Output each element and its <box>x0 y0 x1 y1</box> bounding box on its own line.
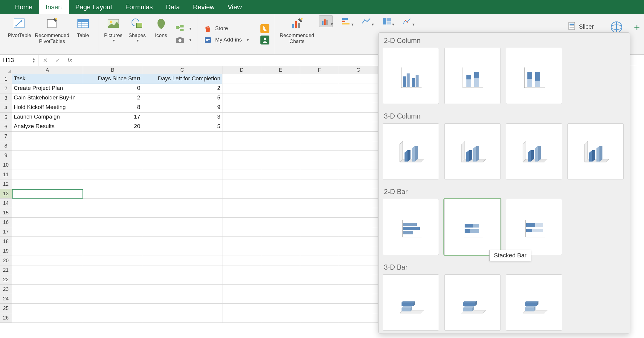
cell[interactable]: Launch Campaign <box>12 113 83 122</box>
tab-review[interactable]: Review <box>186 0 221 14</box>
cell[interactable] <box>339 179 378 189</box>
cell[interactable] <box>12 141 83 151</box>
cell[interactable] <box>261 93 300 103</box>
chart-type-item[interactable] <box>506 199 562 255</box>
cell[interactable] <box>339 313 378 323</box>
tab-data[interactable]: Data <box>159 0 186 14</box>
column-header-F[interactable]: F <box>300 66 339 74</box>
row-header[interactable]: 16 <box>0 218 12 227</box>
cell[interactable] <box>261 256 300 265</box>
screenshot-button[interactable]: ▼ <box>176 36 192 44</box>
cell[interactable] <box>261 285 300 294</box>
cell[interactable] <box>83 151 142 160</box>
row-header[interactable]: 6 <box>0 122 12 132</box>
cell[interactable] <box>261 103 300 113</box>
cell[interactable] <box>83 256 142 265</box>
cell[interactable] <box>339 275 378 285</box>
cell[interactable] <box>300 265 339 275</box>
cell[interactable]: Task <box>12 74 83 84</box>
cell[interactable] <box>222 113 261 122</box>
cell[interactable] <box>261 218 300 227</box>
cell[interactable] <box>261 170 300 179</box>
cell[interactable] <box>261 208 300 218</box>
cell[interactable] <box>222 265 261 275</box>
cell[interactable] <box>222 103 261 113</box>
cell[interactable] <box>142 256 222 265</box>
chart-type-menu[interactable]: 2-D Column3-D Column2-D BarStacked Bar3-… <box>378 32 630 334</box>
cell[interactable] <box>12 189 83 199</box>
row-header[interactable]: 7 <box>0 132 12 141</box>
column-chart-dropdown[interactable]: ▼ <box>319 15 333 27</box>
chart-type-item[interactable] <box>506 274 562 331</box>
cell[interactable] <box>83 179 142 189</box>
cell[interactable]: 17 <box>83 113 142 122</box>
cell[interactable] <box>142 160 222 170</box>
cell[interactable] <box>12 151 83 160</box>
cell[interactable] <box>300 179 339 189</box>
cell[interactable] <box>142 170 222 179</box>
cell[interactable] <box>142 265 222 275</box>
confirm-formula-button[interactable]: ✓ <box>51 57 64 64</box>
cancel-formula-button[interactable]: ✕ <box>39 57 51 64</box>
row-header[interactable]: 25 <box>0 304 12 313</box>
cell[interactable] <box>12 208 83 218</box>
cell[interactable] <box>12 285 83 294</box>
cell[interactable] <box>12 246 83 256</box>
table-button[interactable]: Table <box>71 14 95 50</box>
cell[interactable] <box>83 141 142 151</box>
row-header[interactable]: 13 <box>0 189 12 199</box>
cell[interactable] <box>222 246 261 256</box>
cell[interactable] <box>12 237 83 246</box>
chart-type-item[interactable] <box>444 123 500 179</box>
cell[interactable] <box>142 285 222 294</box>
cell[interactable] <box>142 208 222 218</box>
cell[interactable] <box>222 132 261 141</box>
cell[interactable] <box>142 199 222 208</box>
cell[interactable] <box>261 237 300 246</box>
cell[interactable] <box>142 151 222 160</box>
cell[interactable] <box>222 74 261 84</box>
cell[interactable] <box>300 93 339 103</box>
cell[interactable] <box>83 170 142 179</box>
cell[interactable] <box>222 237 261 246</box>
store-button[interactable]: Store <box>203 24 250 33</box>
cell[interactable] <box>142 189 222 199</box>
cell[interactable]: 2 <box>83 93 142 103</box>
cell[interactable] <box>300 189 339 199</box>
cell[interactable] <box>261 132 300 141</box>
cell[interactable] <box>300 103 339 113</box>
column-header-E[interactable]: E <box>261 66 300 74</box>
row-header[interactable]: 3 <box>0 93 12 103</box>
cell[interactable] <box>300 141 339 151</box>
cell[interactable] <box>300 313 339 323</box>
cell[interactable] <box>12 227 83 237</box>
cell[interactable]: Gain Stakeholder Buy-In <box>12 93 83 103</box>
cell[interactable]: Days Since Start <box>83 74 142 84</box>
cell[interactable] <box>339 237 378 246</box>
cell[interactable] <box>339 151 378 160</box>
cell[interactable] <box>339 199 378 208</box>
cell[interactable] <box>83 237 142 246</box>
cell[interactable]: 0 <box>83 84 142 93</box>
cell[interactable]: 20 <box>83 122 142 132</box>
cell[interactable] <box>222 275 261 285</box>
shapes-button[interactable]: Shapes ▼ <box>125 14 149 50</box>
cell[interactable] <box>261 265 300 275</box>
chart-type-item[interactable] <box>444 48 500 104</box>
people-graph-button[interactable] <box>260 36 269 44</box>
cell[interactable] <box>222 93 261 103</box>
bing-maps-button[interactable] <box>260 24 269 33</box>
cell[interactable] <box>300 256 339 265</box>
cell[interactable] <box>83 275 142 285</box>
cell[interactable] <box>339 304 378 313</box>
row-header[interactable]: 14 <box>0 199 12 208</box>
statistic-chart-dropdown[interactable]: ▼ <box>400 15 414 27</box>
cell[interactable] <box>261 199 300 208</box>
slicer-button[interactable]: Slicer <box>568 22 594 32</box>
tab-home[interactable]: Home <box>8 0 39 14</box>
cell[interactable] <box>142 227 222 237</box>
cell[interactable] <box>339 189 378 199</box>
name-box[interactable]: H13 ▲▼ <box>0 55 39 66</box>
cell[interactable] <box>142 179 222 189</box>
cell[interactable] <box>300 151 339 160</box>
